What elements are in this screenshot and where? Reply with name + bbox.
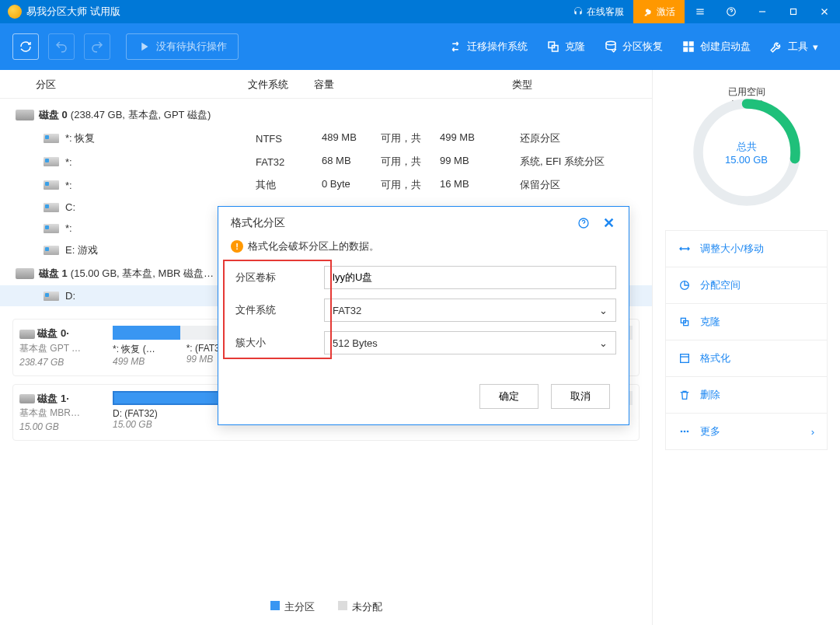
col-filesystem: 文件系统 — [248, 78, 314, 92]
resize-icon — [678, 243, 691, 255]
svg-point-7 — [606, 41, 615, 45]
op-delete[interactable]: 删除 — [665, 376, 828, 414]
svg-point-19 — [681, 431, 683, 433]
column-headers: 分区 文件系统 容量 类型 — [0, 70, 652, 99]
label-filesystem: 文件系统 — [231, 303, 324, 317]
refresh-icon — [19, 40, 33, 54]
support-button[interactable]: 在线客服 — [563, 0, 633, 23]
gauge-center: 总共 15.00 GB — [725, 140, 768, 166]
svg-rect-9 — [689, 41, 694, 46]
menu-button[interactable] — [685, 0, 716, 23]
app-logo-icon — [8, 5, 22, 19]
toolbar: 没有待执行操作 迁移操作系统 克隆 分区恢复 创建启动盘 工具 ▾ — [0, 23, 840, 70]
chevron-right-icon: › — [811, 426, 814, 438]
trash-icon — [678, 389, 691, 401]
svg-rect-2 — [791, 9, 796, 15]
cancel-button[interactable]: 取消 — [551, 384, 610, 409]
diskmap-info: 磁盘 1· 基本盘 MBR… 15.00 GB — [19, 391, 105, 435]
minimize-icon — [757, 6, 768, 17]
partition-segment[interactable] — [155, 326, 180, 340]
undo-button[interactable] — [48, 33, 75, 60]
list-icon — [695, 6, 706, 17]
format-icon — [678, 352, 691, 365]
clone-icon — [546, 40, 560, 54]
disk-row[interactable]: 磁盘 0 (238.47 GB, 基本盘, GPT 磁盘) — [0, 103, 652, 127]
volume-icon — [44, 246, 59, 255]
tools-button[interactable]: 工具 ▾ — [760, 23, 828, 70]
dialog-title: 格式化分区 — [231, 216, 285, 230]
dialog-help-button[interactable] — [576, 215, 591, 231]
redo-button[interactable] — [84, 33, 110, 60]
legend: 主分区 未分配 — [0, 589, 652, 625]
wrench-icon — [769, 40, 783, 54]
key-icon — [643, 6, 654, 17]
volume-icon — [44, 292, 59, 301]
chevron-down-icon: ▾ — [813, 41, 818, 53]
svg-rect-11 — [689, 47, 694, 52]
volume-row[interactable]: *: FAT32 68 MB可用，共99 MB 系统, EFI 系统分区 — [0, 150, 652, 173]
refresh-button[interactable] — [12, 33, 39, 60]
op-clone[interactable]: 克隆 — [665, 303, 828, 340]
segment-label: *: 恢复 (…499 MB — [113, 343, 155, 367]
dialog-close-button[interactable]: ✕ — [601, 215, 616, 231]
maximize-button[interactable] — [778, 0, 809, 23]
disk-icon — [19, 394, 35, 403]
format-dialog: 格式化分区 ✕ ! 格式化会破坏分区上的数据。 分区卷标 文件系统 FAT32 … — [218, 206, 629, 425]
cluster-size-select[interactable]: 512 Bytes ⌄ — [324, 331, 616, 354]
volume-icon — [44, 224, 59, 233]
op-resize[interactable]: 调整大小/移动 — [665, 230, 828, 267]
bootdisk-icon — [681, 40, 695, 54]
svg-rect-10 — [683, 47, 688, 52]
pending-status: 没有待执行操作 — [126, 33, 239, 60]
volume-icon — [44, 180, 59, 190]
filesystem-select[interactable]: FAT32 ⌄ — [324, 299, 616, 322]
segment-label: D: (FAT32)15.00 GB — [113, 408, 158, 430]
help-button[interactable] — [716, 0, 747, 23]
activate-button[interactable]: 激活 — [633, 0, 685, 23]
disk-icon — [19, 330, 35, 339]
ok-button[interactable]: 确定 — [479, 384, 539, 409]
volume-icon — [44, 134, 59, 143]
volume-label-input[interactable] — [324, 266, 616, 289]
usage-gauge: 已用空间 4.07 GB 总共 15.00 GB — [685, 90, 809, 215]
svg-point-20 — [684, 431, 686, 433]
warning-icon: ! — [231, 240, 243, 253]
volume-icon — [44, 203, 59, 212]
volume-row[interactable]: *: 恢复 NTFS 489 MB可用，共499 MB 还原分区 — [0, 127, 652, 150]
migrate-os-button[interactable]: 迁移操作系统 — [439, 23, 537, 70]
svg-rect-17 — [681, 354, 689, 363]
op-allocate[interactable]: 分配空间 — [665, 267, 828, 304]
volume-row[interactable]: *: 其他 0 Byte可用，共16 MB 保留分区 — [0, 173, 652, 197]
copy-icon — [678, 316, 691, 328]
chevron-down-icon: ⌄ — [599, 337, 608, 349]
col-partition: 分区 — [36, 78, 248, 92]
chevron-down-icon: ⌄ — [599, 305, 608, 316]
col-type: 类型 — [512, 78, 636, 92]
label-volume: 分区卷标 — [231, 271, 324, 285]
close-icon — [819, 6, 830, 17]
titlebar: 易我分区大师 试用版 在线客服 激活 — [0, 0, 840, 23]
op-format[interactable]: 格式化 — [665, 340, 828, 377]
help-icon — [577, 217, 590, 229]
legend-unalloc: 未分配 — [338, 600, 382, 614]
partition-segment[interactable] — [113, 326, 155, 340]
recover-icon — [604, 40, 618, 54]
headset-icon — [573, 6, 584, 17]
bootdisk-button[interactable]: 创建启动盘 — [672, 23, 760, 70]
dots-icon — [678, 425, 691, 438]
op-more[interactable]: 更多 › — [665, 413, 828, 450]
redo-icon — [90, 40, 104, 54]
dialog-warning: ! 格式化会破坏分区上的数据。 — [218, 239, 629, 263]
col-capacity: 容量 — [314, 78, 512, 92]
disk-icon — [16, 110, 34, 120]
maximize-icon — [788, 6, 799, 17]
minimize-button[interactable] — [747, 0, 778, 23]
operations: 调整大小/移动 分配空间 克隆 格式化 删除 更多 — [665, 230, 828, 449]
volume-icon — [44, 157, 59, 166]
disk-icon — [16, 268, 34, 279]
app-title: 易我分区大师 试用版 — [26, 5, 120, 19]
clone-button[interactable]: 克隆 — [537, 23, 594, 70]
recover-button[interactable]: 分区恢复 — [594, 23, 672, 70]
legend-primary: 主分区 — [270, 600, 315, 614]
close-button[interactable] — [809, 0, 840, 23]
